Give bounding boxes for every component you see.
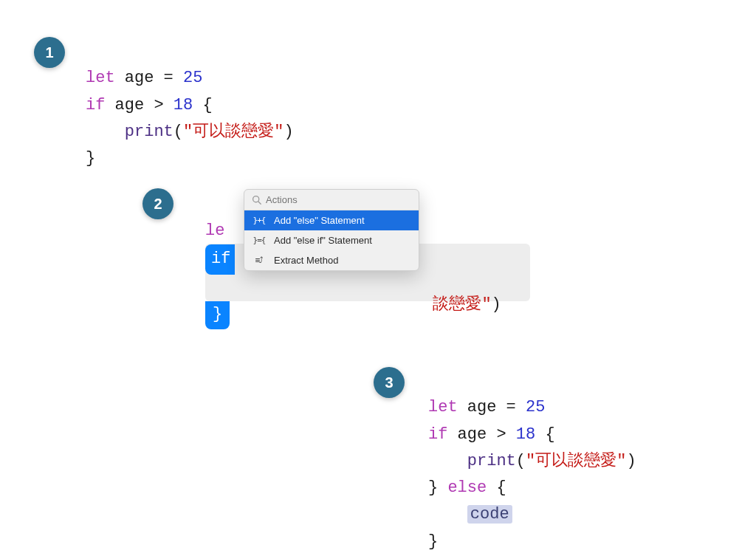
code-placeholder[interactable]: code xyxy=(467,505,512,524)
svg-line-1 xyxy=(258,202,261,204)
code-text: age = xyxy=(458,398,526,416)
brace-close: } xyxy=(428,478,447,497)
spacer xyxy=(205,275,235,301)
extract-method-icon: ≡⤴ xyxy=(252,255,267,265)
keyword-let-fragment: le xyxy=(205,222,224,240)
add-else-icon: }+{ xyxy=(252,216,267,225)
brace-open: { xyxy=(535,425,554,444)
code-text: age > xyxy=(447,425,515,444)
keyword-let: let xyxy=(86,69,115,87)
number-literal: 25 xyxy=(183,69,202,87)
keyword-if: if xyxy=(428,425,447,444)
popup-item-extract-method[interactable]: ≡⤴ Extract Method xyxy=(244,250,419,270)
indent xyxy=(428,505,467,524)
badge-number: 2 xyxy=(154,196,162,213)
string-tail: 談戀愛" xyxy=(433,295,491,314)
brace-close: } xyxy=(86,149,95,168)
paren: ) xyxy=(626,452,636,470)
popup-search-row[interactable] xyxy=(244,190,419,210)
code-fragment-print-tail: 談戀愛") xyxy=(413,274,501,315)
badge-number: 3 xyxy=(385,374,393,391)
func-print: print xyxy=(125,123,173,141)
actions-search-input[interactable] xyxy=(266,194,411,205)
code-text: age > xyxy=(105,96,173,114)
search-icon xyxy=(252,195,261,205)
popup-item-label: Add "else" Statement xyxy=(274,215,365,226)
code-text: age = xyxy=(115,69,183,87)
string-literal: "可以談戀愛" xyxy=(183,123,284,141)
string-literal: "可以談戀愛" xyxy=(526,452,626,470)
selected-brace-wrap: } xyxy=(205,301,235,329)
keyword-let: let xyxy=(428,398,458,416)
actions-popup[interactable]: }+{ Add "else" Statement }={ Add "else i… xyxy=(244,189,419,271)
number-literal: 18 xyxy=(173,96,193,114)
brace-open: { xyxy=(487,478,506,497)
number-literal: 18 xyxy=(516,425,535,444)
paren: ) xyxy=(492,295,501,314)
brace-open: { xyxy=(193,96,212,114)
paren: ) xyxy=(284,123,293,141)
selected-if-wrap: if xyxy=(205,244,235,274)
code-line: le xyxy=(205,218,235,244)
popup-item-label: Add "else if" Statement xyxy=(274,235,372,246)
badge-number: 1 xyxy=(45,44,53,61)
indent xyxy=(86,123,125,141)
popup-item-add-else[interactable]: }+{ Add "else" Statement xyxy=(244,210,419,230)
popup-item-label: Extract Method xyxy=(274,255,338,266)
func-print: print xyxy=(467,452,516,470)
popup-item-add-else-if[interactable]: }={ Add "else if" Statement xyxy=(244,230,419,250)
code-block-3: let age = 25 if age > 18 { print("可以談戀愛"… xyxy=(428,368,636,555)
code-block-2: le if } xyxy=(205,218,235,329)
keyword-else: else xyxy=(447,478,487,497)
keyword-if: if xyxy=(86,96,105,114)
selected-if-token[interactable]: if xyxy=(205,244,235,274)
step-badge-1: 1 xyxy=(34,37,65,68)
step-badge-3: 3 xyxy=(374,367,405,398)
code-block-1: let age = 25 if age > 18 { print("可以談戀愛"… xyxy=(86,38,294,172)
paren: ( xyxy=(173,123,183,141)
selected-brace-token[interactable]: } xyxy=(205,301,230,329)
brace-close: } xyxy=(428,532,438,551)
number-literal: 25 xyxy=(526,398,545,416)
step-badge-2: 2 xyxy=(142,188,173,219)
add-else-if-icon: }={ xyxy=(252,236,267,245)
paren: ( xyxy=(516,452,526,470)
indent xyxy=(428,452,467,470)
